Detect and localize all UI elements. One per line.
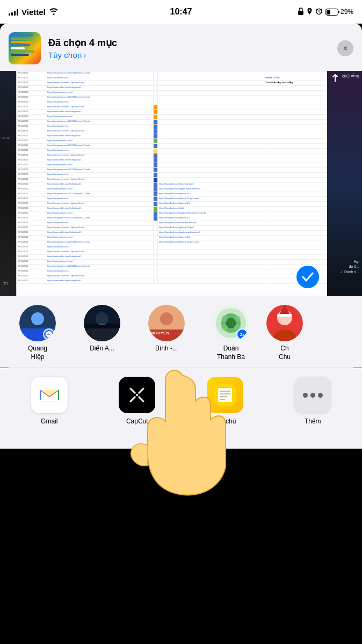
content-preview-area: TikTok :51 28/12/2021https://shopback.co… xyxy=(0,71,362,296)
contact-name: QuangHiệp xyxy=(28,345,47,361)
svg-rect-4 xyxy=(327,10,330,14)
bottom-safe-area xyxy=(0,430,362,449)
contact-name: Điền A... xyxy=(90,345,114,353)
share-options-link[interactable]: Tùy chọn › xyxy=(48,50,330,60)
contact-avatar: Za xyxy=(213,305,249,341)
svg-point-24 xyxy=(234,316,241,322)
app-item-more[interactable]: Thêm xyxy=(280,377,345,425)
alarm-icon xyxy=(315,8,323,17)
contact-item[interactable]: ChChu xyxy=(263,305,306,361)
svg-point-23 xyxy=(221,316,228,322)
contact-avatar xyxy=(19,305,56,341)
capcut-icon xyxy=(119,377,155,413)
signal-icon xyxy=(9,8,18,16)
app-label: CapCut xyxy=(126,418,148,425)
contact-name: ĐoànThanh Ba xyxy=(217,345,245,361)
right-tiktok-panel: @Quảng Hộido đ...✓ Danh s... xyxy=(327,71,362,296)
battery-icon: 29% xyxy=(325,8,353,16)
share-info: Đã chọn 4 mục Tùy chọn › xyxy=(48,37,330,60)
app-label: Gmail xyxy=(41,418,57,425)
wifi-icon xyxy=(49,8,59,17)
messenger-badge xyxy=(43,328,55,340)
app-label: Thêm xyxy=(305,418,321,425)
selection-check-badge[interactable] xyxy=(296,266,319,288)
app-item-notes[interactable]: Ghi chú xyxy=(193,377,257,425)
status-bar: Viettel 10:47 29% xyxy=(0,0,362,24)
svg-rect-31 xyxy=(277,314,292,317)
app-item-capcut[interactable]: CapCut xyxy=(105,377,169,425)
apps-grid: Gmail CapCut xyxy=(5,377,357,425)
svg-rect-0 xyxy=(298,11,303,15)
zalo-badge: Za xyxy=(236,328,248,340)
svg-rect-12 xyxy=(84,328,120,341)
more-icon xyxy=(294,377,331,413)
svg-point-1 xyxy=(309,9,310,11)
svg-point-15 xyxy=(160,312,173,325)
contact-item[interactable]: QuangHiệp xyxy=(5,305,70,361)
svg-rect-42 xyxy=(218,388,232,402)
share-preview-thumbnail xyxy=(9,32,41,64)
status-time: 10:47 xyxy=(170,7,192,17)
notes-icon xyxy=(207,377,243,413)
contact-name: ChChu xyxy=(279,345,291,361)
app-item-gmail[interactable]: Gmail xyxy=(17,377,82,425)
contact-name: Bình -... xyxy=(155,345,178,353)
share-sheet-header: Đã chọn 4 mục Tùy chọn › × xyxy=(0,24,362,71)
share-title: Đã chọn 4 mục xyxy=(48,37,330,49)
contacts-scroll-list: QuangHiệp Điền A... xyxy=(0,305,362,361)
gmail-icon xyxy=(31,377,68,413)
svg-text:NGUYEN: NGUYEN xyxy=(151,331,169,335)
status-right-icons: 29% xyxy=(298,8,353,17)
contact-item[interactable]: Za ĐoànThanh Ba xyxy=(199,305,263,361)
contact-avatar: NGUYEN xyxy=(148,305,185,341)
svg-rect-13 xyxy=(84,305,120,324)
lock-icon xyxy=(298,8,304,17)
svg-point-25 xyxy=(221,324,228,331)
contacts-section: QuangHiệp Điền A... xyxy=(0,296,362,368)
close-button[interactable]: × xyxy=(337,40,353,56)
app-label: Ghi chú xyxy=(214,418,236,425)
spreadsheet-preview: 28/12/2021https://shopback.com/2021/12/p… xyxy=(16,71,328,296)
contact-avatar xyxy=(266,305,303,341)
contact-item[interactable]: NGUYEN Bình -... xyxy=(134,305,199,361)
contact-avatar xyxy=(84,305,120,341)
contact-item[interactable]: Điền A... xyxy=(70,305,134,361)
apps-section: Gmail CapCut xyxy=(0,368,362,430)
svg-point-40 xyxy=(136,394,138,396)
svg-point-6 xyxy=(31,312,44,325)
carrier-signal: Viettel xyxy=(9,8,59,17)
location-icon xyxy=(307,8,313,17)
carrier-name: Viettel xyxy=(21,8,46,17)
